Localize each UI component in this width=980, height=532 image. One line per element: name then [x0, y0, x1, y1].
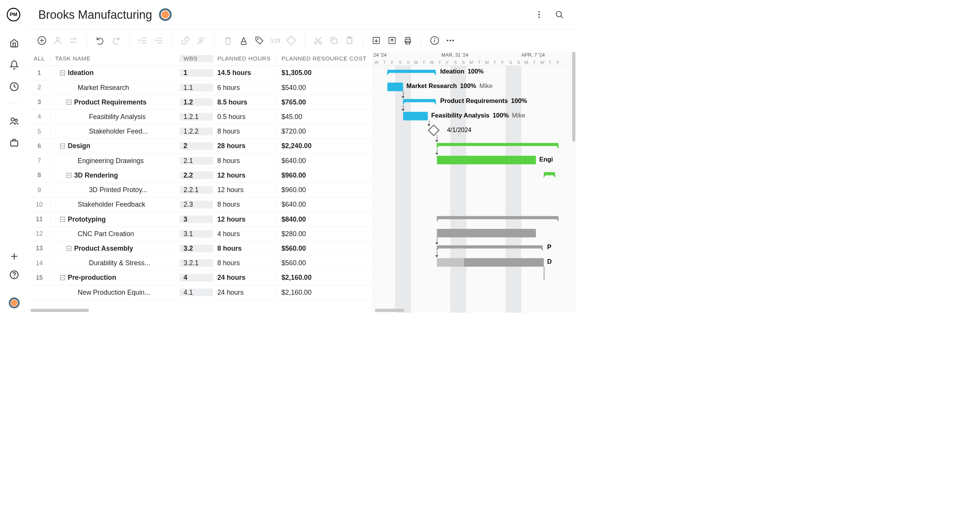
gantt-bar-assembly[interactable] — [437, 245, 543, 248]
logo-icon[interactable]: PM — [7, 8, 20, 21]
task-name-text: Product Assembly — [74, 245, 133, 252]
gantt-day-label: W — [538, 60, 546, 65]
collapse-icon[interactable] — [60, 275, 65, 280]
gantt-label-eng: Engi — [539, 156, 553, 163]
table-row[interactable]: 7Engineering Drawings2.18 hours$640.00 — [28, 153, 373, 168]
text-icon[interactable] — [239, 36, 249, 45]
cell-taskname[interactable]: Feasibility Analysis — [51, 113, 180, 121]
cell-wbs: 3.1 — [180, 230, 213, 238]
gantt-bar-market-research[interactable] — [387, 83, 403, 91]
gantt-bar-design[interactable] — [437, 143, 559, 146]
cell-taskname[interactable]: Product Assembly — [51, 245, 180, 252]
collapse-icon[interactable] — [66, 173, 71, 178]
outdent-icon[interactable] — [138, 36, 147, 45]
gantt-day-label: W — [483, 60, 491, 65]
cell-taskname[interactable]: Pre-production — [51, 274, 180, 282]
gantt-hscroll[interactable] — [375, 309, 404, 312]
collapse-icon[interactable] — [60, 217, 65, 222]
project-avatar[interactable] — [159, 8, 172, 21]
table-row[interactable]: 2Market Research1.16 hours$540.00 — [28, 80, 373, 95]
col-hours[interactable]: PLANNED HOURS — [213, 55, 277, 62]
tag-icon[interactable] — [255, 36, 264, 45]
milestone-icon[interactable] — [286, 36, 296, 45]
cell-taskname[interactable]: Stakeholder Feed... — [51, 127, 180, 135]
cell-taskname[interactable]: Product Requirements — [51, 98, 180, 106]
gantt-chart[interactable]: AR, 24 '24MAR, 31 '24APR, 7 '24WTFSSMTWT… — [373, 52, 576, 313]
table-row[interactable]: 14Durability & Stress...3.2.18 hours$560… — [28, 256, 373, 271]
collapse-icon[interactable] — [60, 144, 65, 149]
cell-taskname[interactable]: 3D Printed Protoy... — [51, 186, 180, 194]
cut-icon[interactable] — [313, 36, 323, 45]
table-row[interactable]: 5Stakeholder Feed...1.2.28 hours$720.00 — [28, 124, 373, 139]
briefcase-icon[interactable] — [9, 138, 19, 148]
cell-taskname[interactable]: Stakeholder Feedback — [51, 201, 180, 208]
table-row[interactable]: 1Ideation114.5 hours$1,305.00 — [28, 66, 373, 80]
copy-icon[interactable] — [329, 36, 339, 45]
plus-icon[interactable] — [9, 251, 19, 261]
more-horizontal-icon[interactable] — [446, 36, 455, 45]
bell-icon[interactable] — [9, 60, 19, 70]
more-vertical-icon[interactable] — [535, 10, 544, 19]
gantt-bar-cnc[interactable] — [437, 229, 536, 237]
person-icon[interactable] — [53, 36, 62, 45]
help-icon[interactable] — [9, 270, 19, 280]
print-icon[interactable] — [403, 36, 413, 45]
col-wbs[interactable]: WBS — [180, 55, 213, 62]
cell-taskname[interactable]: New Production Equin... — [51, 289, 180, 296]
cell-taskname[interactable]: Engineering Drawings — [51, 157, 180, 165]
gantt-bar-durability[interactable] — [437, 258, 464, 266]
gantt-bar-feasibility[interactable] — [403, 112, 428, 120]
gantt-bar-eng-drawings[interactable] — [437, 156, 536, 164]
gantt-bar-durability-2[interactable] — [464, 258, 544, 266]
cell-wbs: 3 — [180, 215, 213, 223]
table-row[interactable]: 3Product Requirements1.28.5 hours$765.00 — [28, 95, 373, 109]
gantt-bar-prototyping[interactable] — [437, 216, 559, 219]
paste-icon[interactable] — [345, 36, 354, 45]
indent-icon[interactable] — [154, 36, 164, 45]
col-cost[interactable]: PLANNED RESOURCE COST — [277, 55, 373, 62]
gantt-body[interactable]: Ideation100% Market Research100%Mike Pro… — [373, 66, 576, 313]
table-row[interactable]: 12CNC Part Creation3.14 hours$280.00 — [28, 227, 373, 241]
col-taskname[interactable]: TASK NAME — [51, 55, 180, 62]
gantt-bar-ideation[interactable] — [387, 70, 435, 73]
clock-icon[interactable] — [9, 82, 19, 91]
table-row[interactable]: 13Product Assembly3.28 hours$560.00 — [28, 241, 373, 256]
add-icon[interactable] — [37, 36, 47, 45]
users-icon[interactable] — [9, 116, 19, 126]
gantt-bar-3d[interactable] — [544, 172, 555, 175]
redo-icon[interactable] — [111, 36, 121, 45]
export-icon[interactable] — [388, 36, 397, 45]
table-row[interactable]: New Production Equin...4.124 hours$2,160… — [28, 285, 373, 300]
cell-taskname[interactable]: 3D Rendering — [51, 171, 180, 179]
search-icon[interactable] — [555, 10, 564, 19]
cell-taskname[interactable]: Market Research — [51, 84, 180, 91]
unlink-icon[interactable] — [196, 36, 206, 45]
info-icon[interactable] — [430, 36, 440, 45]
import-icon[interactable] — [371, 36, 381, 45]
undo-icon[interactable] — [95, 36, 105, 45]
collapse-icon[interactable] — [60, 70, 65, 75]
collapse-icon[interactable] — [66, 100, 71, 104]
col-all[interactable]: ALL — [28, 55, 51, 62]
table-row[interactable]: 15Pre-production424 hours$2,160.00 — [28, 271, 373, 285]
swap-icon[interactable] — [69, 36, 78, 45]
trash-icon[interactable] — [223, 36, 233, 45]
table-row[interactable]: 11Prototyping312 hours$840.00 — [28, 212, 373, 227]
link-icon[interactable] — [181, 36, 190, 45]
table-hscroll[interactable] — [28, 308, 373, 313]
user-avatar[interactable] — [9, 297, 20, 308]
table-row[interactable]: 4Feasibility Analysis1.2.10.5 hours$45.0… — [28, 109, 373, 124]
gantt-day-label: T — [381, 60, 389, 65]
table-row[interactable]: 83D Rendering2.212 hours$960.00 — [28, 168, 373, 183]
cell-taskname[interactable]: CNC Part Creation — [51, 230, 180, 238]
home-icon[interactable] — [9, 38, 19, 48]
gantt-bar-product-req[interactable] — [403, 99, 436, 102]
table-row[interactable]: 10Stakeholder Feedback2.38 hours$640.00 — [28, 197, 373, 212]
cell-taskname[interactable]: Ideation — [51, 69, 180, 77]
table-row[interactable]: 93D Printed Protoy...2.2.112 hours$960.0… — [28, 183, 373, 197]
cell-taskname[interactable]: Design — [51, 142, 180, 150]
cell-taskname[interactable]: Prototyping — [51, 215, 180, 223]
table-row[interactable]: 6Design228 hours$2,240.00 — [28, 139, 373, 153]
cell-taskname[interactable]: Durability & Stress... — [51, 259, 180, 267]
collapse-icon[interactable] — [66, 246, 71, 251]
